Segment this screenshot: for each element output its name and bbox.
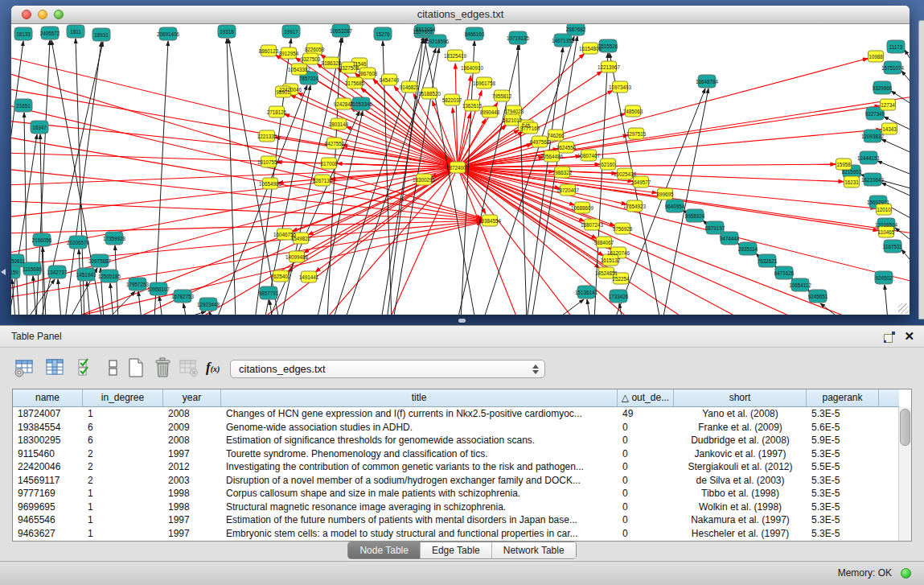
- cell-year[interactable]: 1997: [163, 513, 221, 527]
- window-titlebar[interactable]: citations_edges.txt: [11, 6, 910, 24]
- table-row[interactable]: 1456911722003Disruption of a novel membe…: [13, 474, 899, 488]
- cell-in_degree[interactable]: 1: [83, 487, 163, 501]
- cell-in_degree[interactable]: 1: [83, 527, 163, 541]
- cell-year[interactable]: 2009: [163, 421, 221, 435]
- table-row[interactable]: 1830029562008Estimation of significance …: [13, 434, 899, 447]
- cell-in_degree[interactable]: 1: [83, 513, 163, 527]
- cell-_filler[interactable]: [879, 513, 899, 527]
- tab-node-table[interactable]: Node Table: [348, 542, 421, 558]
- cell-short[interactable]: Dudbridge et al. (2008): [674, 434, 807, 447]
- cell-short[interactable]: Yano et al. (2008): [674, 407, 807, 421]
- cell-pagerank[interactable]: 5.3E-5: [807, 407, 879, 421]
- cell-pagerank[interactable]: 5.3E-5: [807, 487, 879, 501]
- table-scrollbar-thumb[interactable]: [900, 409, 910, 446]
- cell-year[interactable]: 1997: [163, 527, 221, 541]
- cell-_filler[interactable]: [879, 501, 899, 514]
- cell-_filler[interactable]: [879, 434, 899, 447]
- cell-pagerank[interactable]: 5.3E-5: [807, 447, 879, 461]
- cell-out_degree[interactable]: 49: [618, 407, 674, 421]
- split-divider-grip[interactable]: [458, 319, 466, 323]
- cell-out_degree[interactable]: 0: [618, 513, 674, 527]
- cell-_filler[interactable]: [879, 474, 899, 488]
- cell-short[interactable]: Wolkin et al. (1998): [674, 501, 807, 514]
- function-builder-icon[interactable]: f(x): [206, 357, 227, 378]
- table-scrollbar[interactable]: [898, 407, 911, 541]
- cell-title[interactable]: Investigating the contribution of common…: [221, 460, 618, 474]
- cell-title[interactable]: Genome-wide association studies in ADHD.: [221, 421, 618, 435]
- tab-network-table[interactable]: Network Table: [492, 542, 576, 558]
- cell-name[interactable]: 18724007: [13, 407, 83, 421]
- panel-collapse-arrow-icon[interactable]: [1, 269, 6, 275]
- cell-in_degree[interactable]: 1: [83, 407, 163, 421]
- cell-name[interactable]: 9699695: [13, 501, 83, 514]
- table-row[interactable]: 946554611997Estimation of the future num…: [13, 513, 899, 527]
- cell-_filler[interactable]: [879, 447, 899, 461]
- network-graph[interactable]: 1813324055721811189312069140619318199171…: [11, 24, 910, 315]
- cell-name[interactable]: 14569117: [13, 474, 83, 488]
- cell-out_degree[interactable]: 0: [618, 447, 674, 461]
- select-rows-checklist-icon[interactable]: [76, 357, 97, 378]
- table-row[interactable]: 1872400712008Changes of HCN gene express…: [13, 407, 899, 421]
- cell-year[interactable]: 2012: [163, 460, 221, 474]
- memory-status-indicator[interactable]: [901, 568, 911, 579]
- cell-name[interactable]: 9777169: [13, 487, 83, 501]
- cell-title[interactable]: Structural magnetic resonance image aver…: [221, 501, 618, 514]
- column-header-short[interactable]: short: [674, 389, 807, 407]
- cell-in_degree[interactable]: 2: [83, 447, 163, 461]
- cell-pagerank[interactable]: 5.6E-5: [807, 421, 879, 435]
- select-columns-icon[interactable]: [45, 357, 66, 378]
- cell-short[interactable]: Nakamura et al. (1997): [674, 513, 807, 527]
- stacked-rows-icon[interactable]: [103, 357, 124, 378]
- table-row[interactable]: 1938455462009Genome-wide association stu…: [13, 421, 899, 435]
- cell-name[interactable]: 18300295: [13, 434, 83, 447]
- cell-pagerank[interactable]: 5.3E-5: [807, 513, 879, 527]
- cell-title[interactable]: Embryonic stem cells: a model to study s…: [221, 527, 618, 541]
- cell-pagerank[interactable]: 5.9E-5: [807, 434, 879, 447]
- cell-name[interactable]: 9465546: [13, 513, 83, 527]
- column-header-name[interactable]: name: [13, 389, 83, 407]
- cell-year[interactable]: 2008: [163, 407, 221, 421]
- cell-in_degree[interactable]: 6: [83, 421, 163, 435]
- cell-short[interactable]: Tibbo et al. (1998): [674, 487, 807, 501]
- cell-_filler[interactable]: [879, 407, 899, 421]
- cell-title[interactable]: Estimation of the future numbers of pati…: [221, 513, 618, 527]
- close-icon[interactable]: ✕: [904, 329, 914, 344]
- window-resize-grip[interactable]: [898, 303, 909, 314]
- cell-in_degree[interactable]: 1: [83, 501, 163, 514]
- table-row[interactable]: 946362711997Embryonic stem cells: a mode…: [13, 527, 899, 541]
- cell-short[interactable]: Jankovic et al. (1997): [674, 447, 807, 461]
- cell-out_degree[interactable]: 0: [618, 421, 674, 435]
- table-row[interactable]: 977716911998Corpus callosum shape and si…: [13, 487, 899, 501]
- network-canvas[interactable]: 1813324055721811189312069140619318199171…: [11, 24, 910, 315]
- table-row[interactable]: 969969511998Structural magnetic resonanc…: [13, 501, 899, 514]
- table-settings-icon[interactable]: [14, 357, 35, 378]
- delete-table-icon[interactable]: [153, 357, 174, 378]
- cell-pagerank[interactable]: 5.3E-5: [807, 527, 879, 541]
- cell-title[interactable]: Corpus callosum shape and size in male p…: [221, 487, 618, 501]
- cell-in_degree[interactable]: 2: [83, 474, 163, 488]
- cell-out_degree[interactable]: 0: [618, 474, 674, 488]
- cell-in_degree[interactable]: 6: [83, 434, 163, 447]
- float-window-icon[interactable]: [884, 332, 895, 343]
- cell-_filler[interactable]: [879, 460, 899, 474]
- cell-title[interactable]: Changes of HCN gene expression and I(f) …: [221, 407, 618, 421]
- column-header-title[interactable]: title: [221, 389, 618, 407]
- cell-pagerank[interactable]: 5.5E-5: [807, 460, 879, 474]
- cell-year[interactable]: 1997: [163, 447, 221, 461]
- cell-short[interactable]: Stergiakouli et al. (2012): [674, 460, 807, 474]
- cell-name[interactable]: 9115460: [13, 447, 83, 461]
- column-header-_filler[interactable]: [879, 389, 899, 407]
- new-table-icon[interactable]: [125, 357, 146, 378]
- column-header-in_degree[interactable]: in_degree: [83, 389, 163, 407]
- cell-out_degree[interactable]: 0: [618, 487, 674, 501]
- column-header-pagerank[interactable]: pagerank: [807, 389, 879, 407]
- cell-name[interactable]: 9463627: [13, 527, 83, 541]
- tab-edge-table[interactable]: Edge Table: [421, 542, 492, 558]
- table-row[interactable]: 911546021997Tourette syndrome. Phenomeno…: [13, 447, 899, 461]
- cell-name[interactable]: 22420046: [13, 460, 83, 474]
- cell-year[interactable]: 1998: [163, 487, 221, 501]
- cell-_filler[interactable]: [879, 421, 899, 435]
- cell-pagerank[interactable]: 5.3E-5: [807, 474, 879, 488]
- cell-_filler[interactable]: [879, 527, 899, 541]
- cell-out_degree[interactable]: 0: [618, 460, 674, 474]
